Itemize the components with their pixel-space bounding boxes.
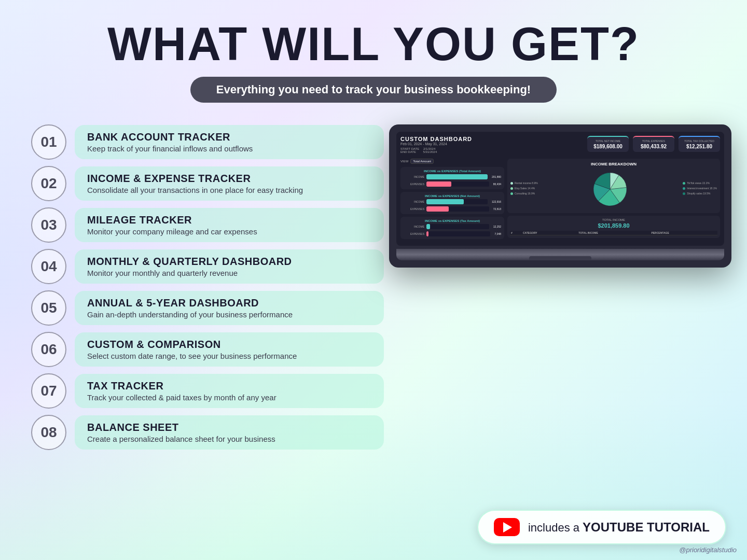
income-table: # CATEGORY TOTAL INCOME PERCENTAGE xyxy=(510,231,717,235)
tracker-item-05: 05 ANNUAL & 5-YEAR DASHBOARD Gain an-dep… xyxy=(31,290,384,326)
item-desc: Consolidate all your transactions in one… xyxy=(87,186,371,194)
income-label: INCOME xyxy=(404,200,424,203)
chart-section: INCOME vs EXPENSES (Total Amount) INCOME… xyxy=(400,167,504,189)
income-track xyxy=(426,224,489,229)
tracker-item-07: 07 TAX TRACKER Track your collected & pa… xyxy=(31,373,384,409)
chart-title: INCOME vs EXPENSES (Net Amount) xyxy=(404,194,501,198)
stat-box: TOTAL EXPENSES$80,433.92 xyxy=(633,136,674,152)
breakdown-title: INCOME BREAKDOWN xyxy=(510,162,717,166)
view-label: VIEW xyxy=(400,160,408,163)
income-track xyxy=(426,199,488,204)
col-amt: TOTAL INCOME xyxy=(577,231,650,235)
income-track xyxy=(426,174,488,179)
col-cat: CATEGORY xyxy=(522,231,577,235)
col-pct: PERCENTAGE xyxy=(650,231,717,235)
item-desc: Track your collected & paid taxes by mon… xyxy=(87,393,371,402)
dash-stats: TOTAL NET INCOME$189,608.00TOTAL EXPENSE… xyxy=(587,136,720,152)
chart-title: INCOME vs EXPENSES (Tax Amount) xyxy=(404,219,501,222)
end-val: 5/31/2024 xyxy=(423,150,437,153)
laptop-screen: CUSTOM DASHBOARD Feb 01, 2024 - May 31, … xyxy=(396,132,724,246)
item-desc: Keep track of your financial inflows and… xyxy=(87,144,371,153)
stat-box: TOTAL NET INCOME$189,608.00 xyxy=(587,136,629,152)
bar-chart: INCOME 12,252 EXPENSES 7,048 xyxy=(404,224,501,236)
dash-right-panel: INCOME BREAKDOWN Rental income 8.9%Etsy … xyxy=(507,159,720,242)
item-content: MILEAGE TRACKER Monitor your company mil… xyxy=(75,208,384,242)
laptop-base xyxy=(396,249,724,260)
item-content: INCOME & EXPENSE TRACKER Consolidate all… xyxy=(75,166,384,201)
expense-fill xyxy=(426,231,428,236)
tracker-item-03: 03 MILEAGE TRACKER Monitor your company … xyxy=(31,207,384,243)
item-desc: Monitor your company mileage and car exp… xyxy=(87,227,371,236)
item-title: MILEAGE TRACKER xyxy=(87,214,371,226)
item-title: CUSTOM & COMPARISON xyxy=(87,339,371,351)
item-content: BANK ACCOUNT TRACKER Keep track of your … xyxy=(75,125,384,159)
expense-bar-row: EXPENSES 72,613 xyxy=(404,206,501,212)
income-label: INCOME xyxy=(404,225,424,228)
dash-body: VIEW Total Amount INCOME vs EXPENSES (To… xyxy=(400,159,720,242)
yt-text-bold: YOUTUBE TUTORIAL xyxy=(583,520,710,534)
item-title: BALANCE SHEET xyxy=(87,422,371,433)
tracker-item-06: 06 CUSTOM & COMPARISON Select custom dat… xyxy=(31,332,384,367)
income-fill xyxy=(426,224,430,229)
item-number: 06 xyxy=(31,332,66,367)
pie-right-labels: TikTok views 22.2%Interest investment 18… xyxy=(683,181,717,197)
pie-label: Rental income 8.9% xyxy=(510,181,538,185)
expense-bar-row: EXPENSES 80,434 xyxy=(404,181,501,187)
item-desc: Create a personalized balance sheet for … xyxy=(87,435,371,443)
dash-dates: START DATE 2/1/2024 END DATE 5/31/2024 xyxy=(400,147,472,153)
expense-val: 7,048 xyxy=(494,232,501,235)
chart-title: INCOME vs EXPENSES (Total Amount) xyxy=(404,170,501,173)
stat-label: TOTAL TAX COLLECTED xyxy=(684,139,715,143)
watermark: @prioridigitalstudio xyxy=(679,546,737,554)
subtitle-bar: Everything you need to track your busine… xyxy=(190,77,557,103)
view-select: Total Amount xyxy=(410,159,434,164)
expense-bar-row: EXPENSES 7,048 xyxy=(404,231,501,236)
item-title: ANNUAL & 5-YEAR DASHBOARD xyxy=(87,297,371,309)
stat-label: TOTAL NET INCOME xyxy=(592,139,624,143)
item-number: 07 xyxy=(31,373,66,409)
expense-label: EXPENSES xyxy=(404,207,424,211)
income-bar-row: INCOME 12,252 xyxy=(404,224,501,229)
yt-text: includes a YOUTUBE TUTORIAL xyxy=(528,520,710,535)
income-val: 122,916 xyxy=(492,200,501,203)
chart-section: INCOME vs EXPENSES (Tax Amount) INCOME 1… xyxy=(400,217,504,239)
expense-track xyxy=(426,181,489,187)
item-content: MONTHLY & QUARTERLY DASHBOARD Monitor yo… xyxy=(75,249,384,284)
col-n: # xyxy=(510,231,522,235)
pie-label: Consulting 16.9% xyxy=(510,192,538,195)
income-val: 12,252 xyxy=(493,225,501,228)
item-number: 05 xyxy=(31,290,66,326)
dash-title: CUSTOM DASHBOARD xyxy=(400,136,472,142)
pie-left-labels: Rental income 8.9%Etsy Sales 14.4%Consul… xyxy=(510,181,538,197)
youtube-banner: includes a YOUTUBE TUTORIAL xyxy=(477,510,726,544)
stat-box: TOTAL TAX COLLECTED$12,251.80 xyxy=(679,136,720,152)
item-content: TAX TRACKER Track your collected & paid … xyxy=(75,374,384,408)
item-desc: Select custom date range, to see your bu… xyxy=(87,352,371,360)
tracker-list: 01 BANK ACCOUNT TRACKER Keep track of yo… xyxy=(31,124,384,456)
expense-val: 72,613 xyxy=(493,207,501,211)
dash-header: CUSTOM DASHBOARD Feb 01, 2024 - May 31, … xyxy=(400,136,720,153)
income-label: INCOME xyxy=(404,175,424,178)
pie-label: Interest investment 18.1% xyxy=(683,187,717,190)
header: WHAT WILL YOU GET? Everything you need t… xyxy=(0,0,747,113)
chart-section: INCOME vs EXPENSES (Net Amount) INCOME 1… xyxy=(400,192,504,214)
income-bar-row: INCOME 122,916 xyxy=(404,199,501,204)
item-title: TAX TRACKER xyxy=(87,380,371,392)
item-title: INCOME & EXPENSE TRACKER xyxy=(87,173,371,185)
main-title: WHAT WILL YOU GET? xyxy=(0,21,747,67)
laptop-outer: CUSTOM DASHBOARD Feb 01, 2024 - May 31, … xyxy=(389,124,731,268)
total-income-value: $201,859.80 xyxy=(510,222,717,229)
youtube-icon xyxy=(494,518,520,536)
item-number: 01 xyxy=(31,124,66,160)
yt-text-before: includes a xyxy=(528,521,583,534)
pie-label: TikTok views 22.2% xyxy=(683,181,717,185)
item-desc: Gain an-depth understanding of your busi… xyxy=(87,310,371,319)
pie-label: Shopify sales 19.5% xyxy=(683,192,717,195)
pie-container: Rental income 8.9%Etsy Sales 14.4%Consul… xyxy=(510,169,717,210)
end-label: END DATE xyxy=(400,150,416,153)
expense-val: 80,434 xyxy=(493,183,501,186)
tracker-item-04: 04 MONTHLY & QUARTERLY DASHBOARD Monitor… xyxy=(31,249,384,284)
item-number: 02 xyxy=(31,166,66,201)
dash-title-area: CUSTOM DASHBOARD Feb 01, 2024 - May 31, … xyxy=(400,136,472,153)
expense-fill xyxy=(426,181,451,187)
